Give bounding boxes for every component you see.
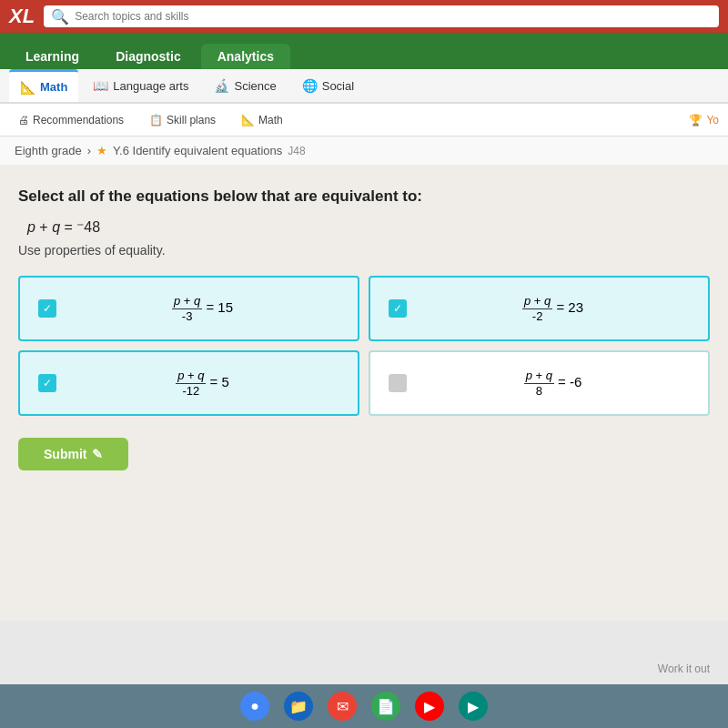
social-icon: 🌐 <box>302 78 318 93</box>
submit-label: Submit <box>44 447 86 461</box>
grade-label[interactable]: Eighth grade <box>15 144 82 157</box>
nav-math[interactable]: 📐 Math <box>232 110 292 130</box>
nav-tabs: Learning Diagnostic Analytics <box>0 33 728 69</box>
nav-skill-plans[interactable]: 📋 Skill plans <box>140 110 225 130</box>
folder-icon[interactable]: 📁 <box>284 692 313 721</box>
science-label: Science <box>234 79 276 93</box>
math-icon: 📐 <box>20 80 35 95</box>
bottom-bar: ● 📁 ✉ 📄 ▶ ▶ <box>0 684 728 728</box>
play-icon[interactable]: ▶ <box>459 692 488 721</box>
trophy-area: 🏆 Yo <box>689 114 719 126</box>
chrome-icon[interactable]: ● <box>240 692 269 721</box>
check-b: ✓ <box>389 299 407 318</box>
main-content: Select all of the equations below that a… <box>0 166 728 621</box>
youtube-icon[interactable]: ▶ <box>415 692 444 721</box>
check-d <box>389 374 407 392</box>
submit-arrow-icon: ✎ <box>92 447 103 461</box>
search-bar[interactable]: 🔍 <box>44 5 719 27</box>
nav-recommendations[interactable]: 🖨 Recommendations <box>9 110 133 130</box>
subject-tabs: 📐 Math 📖 Language arts 🔬 Science 🌐 Socia… <box>0 69 728 104</box>
question-prompt: Select all of the equations below that a… <box>18 187 710 206</box>
equation-c: p + q -12 = 5 <box>66 369 339 398</box>
science-icon: 🔬 <box>214 78 229 93</box>
search-input[interactable] <box>75 10 712 23</box>
tab-diagnostic[interactable]: Diagnostic <box>99 44 197 69</box>
hint-text: Use properties of equality. <box>18 243 710 258</box>
recommendations-label: Recommendations <box>33 114 124 126</box>
submit-button[interactable]: Submit ✎ <box>18 438 128 470</box>
work-it-out-label[interactable]: Work it out <box>658 662 710 675</box>
main-equation: p + q = ⁻48 <box>18 218 710 236</box>
language-arts-icon: 📖 <box>93 78 108 93</box>
trophy-icon: 🏆 <box>689 114 703 126</box>
option-c[interactable]: ✓ p + q -12 = 5 <box>18 350 359 416</box>
subject-tab-math[interactable]: 📐 Math <box>9 69 78 102</box>
docs-icon[interactable]: 📄 <box>371 692 400 721</box>
math-label: Math <box>40 80 67 94</box>
social-label: Social <box>322 79 354 93</box>
trophy-label: Yo <box>706 114 719 126</box>
options-grid: ✓ p + q -3 = 15 ✓ p + q -2 = 23 ✓ <box>18 276 710 416</box>
check-a: ✓ <box>38 299 56 318</box>
skill-plans-label: Skill plans <box>167 114 216 126</box>
search-icon: 🔍 <box>51 8 69 25</box>
equation-b: p + q -2 = 23 <box>416 294 690 323</box>
subject-tab-science[interactable]: 🔬 Science <box>203 69 287 102</box>
gmail-icon[interactable]: ✉ <box>328 692 357 721</box>
subject-tab-social[interactable]: 🌐 Social <box>291 69 365 102</box>
language-arts-label: Language arts <box>113 79 188 93</box>
ixl-logo: XL <box>9 5 35 28</box>
skill-id: J48 <box>288 145 305 157</box>
subject-tab-language-arts[interactable]: 📖 Language arts <box>82 69 199 102</box>
nav-math-label: Math <box>258 114 283 126</box>
breadcrumb: Eighth grade › ★ Y.6 Identify equivalent… <box>0 136 728 166</box>
tab-learning[interactable]: Learning <box>9 44 96 69</box>
option-a[interactable]: ✓ p + q -3 = 15 <box>18 276 359 341</box>
star-icon: ★ <box>96 144 107 157</box>
tab-analytics[interactable]: Analytics <box>201 44 290 69</box>
equation-d: p + q 8 = -6 <box>416 369 690 398</box>
secondary-nav: 🖨 Recommendations 📋 Skill plans 📐 Math 🏆… <box>0 104 728 136</box>
equation-a: p + q -3 = 15 <box>66 294 339 323</box>
breadcrumb-separator: › <box>87 144 91 157</box>
nav-math-icon: 📐 <box>241 114 255 126</box>
skill-plans-icon: 📋 <box>149 114 163 126</box>
recommendations-icon: 🖨 <box>18 114 29 126</box>
option-b[interactable]: ✓ p + q -2 = 23 <box>369 276 710 341</box>
skill-label[interactable]: Y.6 Identify equivalent equations <box>113 144 282 157</box>
check-c: ✓ <box>38 374 56 392</box>
option-d[interactable]: p + q 8 = -6 <box>369 350 710 416</box>
top-bar: XL 🔍 <box>0 0 728 33</box>
